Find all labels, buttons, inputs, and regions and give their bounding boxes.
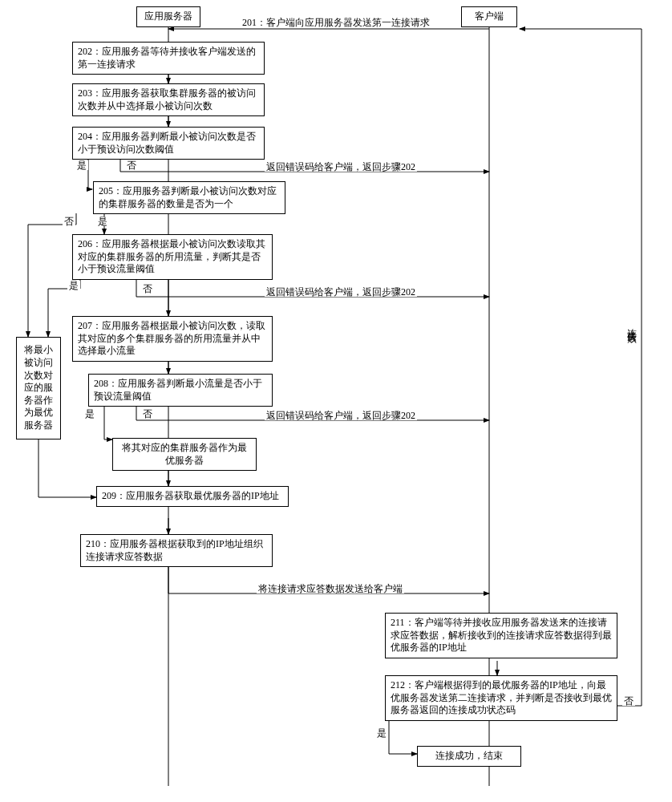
msg-send-resp-label: 将连接请求应答数据发送给客户端 — [257, 584, 404, 593]
step-203: 203：应用服务器获取集群服务器的被访问次数并从中选择最小被访问次数 — [72, 83, 265, 116]
msg-201-label: 201：客户端向应用服务器发送第一连接请求 — [241, 18, 431, 27]
label-no-205: 否 — [63, 217, 75, 226]
opt-server-box: 将其对应的集群服务器作为最优服务器 — [112, 438, 257, 471]
ret-206-label: 返回错误码给客户端，返回步骤202 — [265, 287, 417, 297]
lane-header-server: 应用服务器 — [136, 6, 200, 27]
lane-header-client: 客户端 — [461, 6, 517, 27]
ret-204-label: 返回错误码给客户端，返回步骤202 — [265, 162, 417, 172]
ret-208-label: 返回错误码给客户端，返回步骤202 — [265, 411, 417, 420]
label-yes-212: 是 — [375, 728, 388, 738]
step-202: 202：应用服务器等待并接收客户端发送的第一连接请求 — [72, 42, 265, 75]
step-204: 204：应用服务器判断最小被访问次数是否小于预设访问次数阈值 — [72, 127, 265, 160]
success-box: 连接成功，结束 — [417, 746, 521, 767]
step-205: 205：应用服务器判断最小被访问次数对应的集群服务器的数量是否为一个 — [93, 181, 285, 214]
step-206: 206：应用服务器根据最小被访问次数读取其对应的集群服务器的所用流量，判断其是否… — [72, 234, 273, 280]
side-opt-box: 将最小被访问次数对应的服务器作为最优服务器 — [16, 337, 61, 439]
step-209: 209：应用服务器获取最优服务器的IP地址 — [96, 486, 289, 507]
step-210: 210：应用服务器根据获取到的IP地址组织连接请求应答数据 — [80, 534, 273, 567]
label-no-208: 否 — [141, 409, 154, 419]
step-207: 207：应用服务器根据最小被访问次数，读取其对应的多个集群服务器的所用流量并从中… — [72, 316, 273, 362]
label-no-204: 否 — [125, 160, 138, 170]
label-yes-206: 是 — [67, 281, 80, 290]
step-208: 208：应用服务器判断最小流量是否小于预设流量阈值 — [88, 374, 273, 407]
label-yes-204: 是 — [75, 160, 88, 170]
label-yes-205: 是 — [96, 217, 109, 226]
label-no-212: 否 — [622, 696, 635, 706]
step-211: 211：客户端等待并接收应用服务器发送来的连接请求应答数据，解析接收到的连接请求… — [385, 613, 617, 658]
label-no-206: 否 — [141, 284, 154, 294]
step-212: 212：客户端根据得到的最优服务器的IP地址，向最优服务器发送第二连接请求，并判… — [385, 675, 617, 721]
label-yes-208: 是 — [83, 409, 96, 419]
fail-label: 连接失败 — [625, 321, 638, 327]
